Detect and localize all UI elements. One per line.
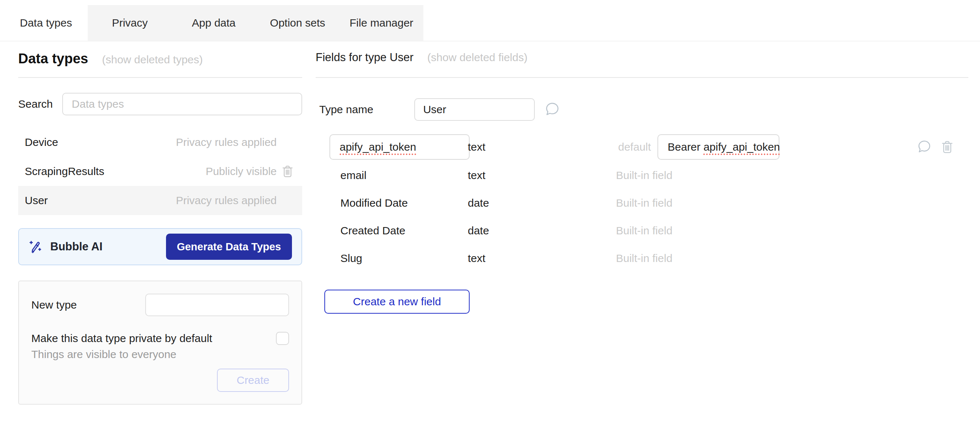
type-name: Device xyxy=(25,136,58,149)
new-type-input[interactable] xyxy=(145,293,289,316)
field-name-value: apify_api_token xyxy=(340,141,416,153)
tab-data-types[interactable]: Data types xyxy=(4,5,88,41)
type-row-device[interactable]: Device Privacy rules applied xyxy=(18,128,302,157)
trash-icon xyxy=(282,165,294,178)
show-deleted-fields-link[interactable]: (show deleted fields) xyxy=(427,51,528,64)
field-row-slug[interactable]: Slug text Built-in field xyxy=(316,244,968,272)
tab-label: File manager xyxy=(350,17,413,29)
page-title: Data types xyxy=(18,51,88,67)
field-delete-button[interactable] xyxy=(941,140,954,154)
private-by-default-label: Make this data type private by default xyxy=(31,332,212,344)
bubble-ai-label: Bubble AI xyxy=(50,240,103,253)
field-list: apify_api_token text default Bearer apif… xyxy=(316,132,968,272)
field-note: Built-in field xyxy=(616,169,672,182)
fields-title: Fields for type User xyxy=(316,51,414,64)
create-type-button[interactable]: Create xyxy=(217,369,289,392)
type-list: Device Privacy rules applied ScrapingRes… xyxy=(18,128,302,215)
search-input[interactable] xyxy=(62,93,302,115)
field-row-created-date[interactable]: Created Date date Built-in field xyxy=(316,217,968,244)
data-types-panel: Data types (show deleted types) Search D… xyxy=(18,51,302,404)
right-panel-header: Fields for type User (show deleted field… xyxy=(316,51,968,68)
type-name-comment-button[interactable] xyxy=(544,102,560,117)
type-name: ScrapingResults xyxy=(25,165,104,178)
private-by-default-row: Make this data type private by default xyxy=(31,331,289,345)
right-header-divider xyxy=(316,77,968,78)
generate-data-types-button[interactable]: Generate Data Types xyxy=(166,234,292,260)
type-status: Privacy rules applied xyxy=(176,194,277,207)
field-name: email xyxy=(340,169,367,182)
field-row-apify-api-token: apify_api_token text default Bearer apif… xyxy=(316,132,968,162)
private-by-default-checkbox[interactable] xyxy=(276,332,289,345)
tab-label: App data xyxy=(192,17,235,29)
field-name-input[interactable]: apify_api_token xyxy=(329,134,469,160)
visibility-note: Things are visible to everyone xyxy=(31,348,289,361)
field-note: Built-in field xyxy=(616,197,672,209)
tabbar-underline xyxy=(0,41,980,41)
field-name: Created Date xyxy=(340,225,405,237)
comment-bubble-icon xyxy=(544,102,560,117)
type-row-scrapingresults[interactable]: ScrapingResults Publicly visible xyxy=(18,157,302,186)
delete-type-button[interactable] xyxy=(279,165,296,178)
show-deleted-types-link[interactable]: (show deleted types) xyxy=(102,54,203,66)
tab-label: Privacy xyxy=(112,17,148,29)
trash-icon xyxy=(941,140,954,154)
magic-wand-icon xyxy=(29,239,43,254)
type-status: Publicly visible xyxy=(206,165,277,178)
type-status: Privacy rules applied xyxy=(176,136,277,149)
default-prefix: Bearer xyxy=(668,141,703,153)
tab-label: Data types xyxy=(20,17,72,29)
bubble-data-tab-page: Data types Privacy App data Option sets … xyxy=(0,0,980,425)
fields-panel: Fields for type User (show deleted field… xyxy=(316,51,968,314)
tab-option-sets[interactable]: Option sets xyxy=(256,5,339,41)
tab-label: Option sets xyxy=(270,17,325,29)
field-name: Modified Date xyxy=(340,197,408,209)
new-type-box: New type Make this data type private by … xyxy=(18,281,302,404)
field-type: date xyxy=(468,225,489,237)
search-label: Search xyxy=(18,98,53,110)
left-panel-header: Data types (show deleted types) xyxy=(18,51,302,68)
field-default-input[interactable]: Bearer apify_api_token xyxy=(657,134,780,160)
field-name: Slug xyxy=(340,252,362,265)
create-row: Create xyxy=(31,369,289,392)
field-row-email[interactable]: email text Built-in field xyxy=(316,162,968,189)
new-type-row: New type xyxy=(31,293,289,317)
tab-app-data[interactable]: App data xyxy=(172,5,256,41)
field-row-modified-date[interactable]: Modified Date date Built-in field xyxy=(316,189,968,217)
type-name-input[interactable] xyxy=(414,98,535,121)
data-tab-bar: Data types Privacy App data Option sets … xyxy=(4,5,423,41)
field-row-actions xyxy=(916,140,954,154)
new-type-label: New type xyxy=(31,299,77,311)
search-row: Search xyxy=(18,93,302,115)
bubble-ai-box: Bubble AI Generate Data Types xyxy=(18,228,302,265)
comment-bubble-icon xyxy=(916,140,932,154)
type-name-label: Type name xyxy=(319,103,373,116)
field-type: text xyxy=(468,169,485,182)
type-name-row: Type name xyxy=(316,98,968,121)
field-comment-button[interactable] xyxy=(916,140,932,154)
left-header-divider xyxy=(18,77,302,78)
field-type: date xyxy=(468,197,489,209)
field-type: text xyxy=(468,141,485,153)
field-note: Built-in field xyxy=(616,225,672,237)
create-new-field-button[interactable]: Create a new field xyxy=(325,290,469,314)
default-label: default xyxy=(618,141,651,153)
field-type: text xyxy=(468,252,485,265)
default-token: apify_api_token xyxy=(703,141,780,153)
field-note: Built-in field xyxy=(616,252,672,265)
type-row-user[interactable]: User Privacy rules applied xyxy=(18,186,302,215)
type-name: User xyxy=(25,194,48,207)
tab-privacy[interactable]: Privacy xyxy=(88,5,172,41)
tab-file-manager[interactable]: File manager xyxy=(340,5,423,41)
